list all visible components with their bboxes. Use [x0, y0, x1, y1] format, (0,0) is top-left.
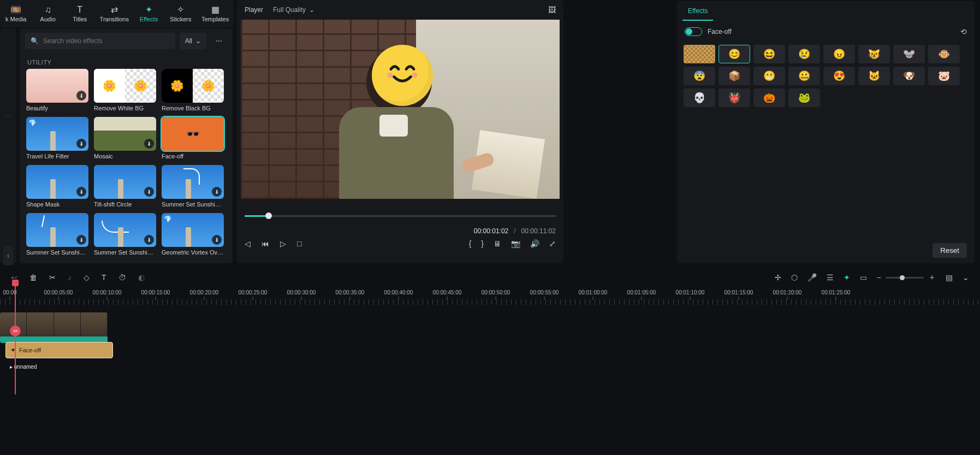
search-input[interactable]: [43, 37, 170, 45]
music-tool-icon[interactable]: ♪: [68, 273, 72, 282]
playhead[interactable]: ✂: [15, 285, 16, 394]
search-box[interactable]: 🔍: [25, 33, 175, 49]
download-icon[interactable]: ⬇: [76, 91, 86, 101]
fullscreen-icon[interactable]: ⤢: [549, 239, 556, 248]
tab-media[interactable]: 🎞️ k Media: [0, 1, 32, 27]
tab-effects[interactable]: ✦ Effects: [133, 1, 164, 27]
face-off-toggle[interactable]: [685, 27, 702, 36]
prev-frame-button[interactable]: ◁: [245, 239, 251, 248]
magnetic-tool-icon[interactable]: ✦: [844, 273, 850, 282]
filter-dropdown[interactable]: All ⌄: [180, 33, 206, 49]
camera-icon[interactable]: 📷: [511, 239, 520, 248]
delete-tool-icon[interactable]: 🗑: [29, 273, 37, 282]
tab-titles[interactable]: T Titles: [64, 1, 96, 27]
seek-thumb[interactable]: [265, 212, 272, 219]
face-preset-pixelate[interactable]: [684, 45, 715, 63]
tab-audio[interactable]: ♫ Audio: [32, 1, 63, 27]
face-preset-frog[interactable]: 🐸: [788, 88, 820, 107]
download-icon[interactable]: ⬇: [212, 235, 222, 245]
timeline-ruler[interactable]: 00:0000:00:05:0000:00:10:0000:00:15:0000…: [0, 287, 980, 309]
timeline-tracks[interactable]: ✦ Face-off ▸ unnamed: [0, 312, 980, 411]
effect-item-shape-mask[interactable]: ⬇ Shape Mask: [26, 165, 88, 208]
mic-tool-icon[interactable]: 🎤: [807, 273, 817, 282]
face-preset-mouse[interactable]: 🐭: [893, 45, 925, 63]
tab-transitions[interactable]: ⇄ Transitions: [96, 1, 133, 27]
face-preset-heart-eyes[interactable]: 😍: [823, 67, 855, 85]
face-preset-skull[interactable]: 💀: [684, 88, 715, 107]
effect-item-mosaic[interactable]: ⬇ Mosaic: [94, 117, 156, 159]
face-preset-scared[interactable]: 😨: [684, 67, 715, 85]
volume-icon[interactable]: 🔊: [530, 239, 539, 248]
face-preset-pumpkin[interactable]: 🎃: [753, 88, 785, 107]
quality-dropdown[interactable]: Full Quality ⌄: [273, 6, 314, 14]
crop-tool-icon[interactable]: ◇: [84, 273, 90, 282]
tab-templates[interactable]: ▦ Templates: [197, 1, 234, 27]
ruler-tick: 00:01:10:00: [676, 289, 705, 300]
zoom-out-button[interactable]: −: [877, 273, 881, 282]
face-preset-box[interactable]: 📦: [718, 67, 750, 85]
effect-item-remove-black-bg[interactable]: 🌼🌼 Remove Black BG: [162, 69, 224, 111]
effect-item-tilt-shift[interactable]: ⬇ Tilt-shift Circle: [94, 165, 156, 208]
effect-item-beautify[interactable]: ⬇ Beautify: [26, 69, 88, 111]
effect-item-travel-life[interactable]: 💎 ⬇ Travel Life Filter: [26, 117, 88, 159]
download-icon[interactable]: ⬇: [212, 187, 222, 197]
download-icon[interactable]: ⬇: [76, 139, 86, 149]
preview-monitor[interactable]: [241, 20, 560, 199]
face-preset-dog[interactable]: 🐶: [893, 67, 925, 85]
face-preset-pig[interactable]: 🐷: [928, 67, 960, 85]
face-preset-ogre[interactable]: 👹: [718, 88, 750, 107]
face-preset-angry[interactable]: 😠: [823, 45, 855, 63]
mixer-tool-icon[interactable]: ☰: [827, 273, 834, 282]
rail-item[interactable]: ·: [8, 73, 9, 79]
color-tool-icon[interactable]: ◐: [138, 273, 145, 282]
download-icon[interactable]: ⬇: [144, 139, 154, 149]
download-icon[interactable]: ⬇: [144, 235, 154, 245]
playhead-cap[interactable]: [12, 280, 19, 286]
zoom-in-button[interactable]: ＋: [928, 273, 936, 282]
tab-stickers[interactable]: ✧ Stickers: [165, 1, 197, 27]
track-layout-icon[interactable]: ▤: [946, 273, 953, 282]
effect-item-sunshine-1[interactable]: ⬇ Summer Set Sunshine ...: [162, 165, 224, 208]
effect-item-face-off[interactable]: 🕶️ Face-off: [162, 117, 224, 159]
split-tool-icon[interactable]: ✂: [49, 273, 56, 282]
display-icon[interactable]: 🖥: [494, 239, 501, 248]
collapse-left-rail[interactable]: ‹: [3, 246, 13, 265]
face-preset-kitty[interactable]: 🐱: [858, 67, 890, 85]
effect-item-sunshine-2[interactable]: ⬇ Summer Set Sunshine ...: [26, 213, 88, 256]
chevron-down-icon[interactable]: ⌄: [963, 273, 969, 282]
reset-icon[interactable]: ⟲: [960, 27, 967, 36]
properties-tab-effects[interactable]: Effects: [682, 3, 713, 21]
effect-item-remove-white-bg[interactable]: 🌼🌼 Remove White BG: [94, 69, 156, 111]
rail-item[interactable]: …: [5, 111, 11, 117]
marker-tool-icon[interactable]: ⬡: [791, 273, 798, 282]
face-preset-smile[interactable]: 😊: [718, 45, 750, 63]
stop-button[interactable]: □: [297, 239, 301, 248]
speed-tool-icon[interactable]: ⏱: [118, 273, 126, 282]
download-icon[interactable]: ⬇: [144, 187, 154, 197]
download-icon[interactable]: ⬇: [76, 235, 86, 245]
playhead-scissors-icon[interactable]: ✂: [10, 326, 21, 336]
face-preset-monkey[interactable]: 🐵: [928, 45, 960, 63]
reset-button[interactable]: Reset: [933, 243, 967, 258]
mark-out-icon[interactable]: }: [481, 239, 484, 248]
play-button[interactable]: ▷: [280, 239, 286, 248]
face-preset-grimace[interactable]: 😬: [753, 67, 785, 85]
aspect-tool-icon[interactable]: ▭: [860, 273, 867, 282]
browser-more-button[interactable]: ⋯: [211, 33, 227, 49]
face-preset-laugh[interactable]: 😆: [753, 45, 785, 63]
effect-item-geometric-vortex[interactable]: 💎 ⬇ Geometric Vortex Ove...: [162, 213, 224, 256]
player-seek-bar[interactable]: [245, 210, 556, 223]
text-tool-icon[interactable]: T: [102, 273, 106, 282]
effect-clip-face-off[interactable]: ✦ Face-off: [5, 342, 113, 358]
face-preset-cry[interactable]: 😢: [788, 45, 820, 63]
face-preset-cat[interactable]: 😿: [858, 45, 890, 63]
zoom-slider[interactable]: [886, 277, 924, 279]
effect-item-sunshine-3[interactable]: ⬇ Summer Set Sunshine ...: [94, 213, 156, 256]
download-icon[interactable]: ⬇: [76, 187, 86, 197]
ai-tool-icon[interactable]: ✢: [775, 273, 781, 282]
mark-in-icon[interactable]: {: [469, 239, 472, 248]
snapshot-icon[interactable]: 🖼: [548, 5, 556, 14]
face-preset-zipper[interactable]: 🤐: [788, 67, 820, 85]
step-back-button[interactable]: ⏮: [262, 239, 269, 248]
rail-item[interactable]: ·: [8, 34, 9, 40]
